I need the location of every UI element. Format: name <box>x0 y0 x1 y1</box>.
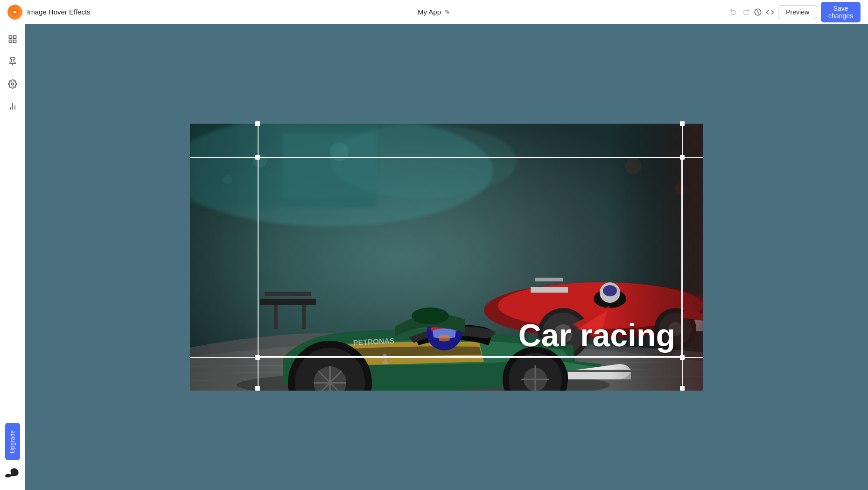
svg-rect-5 <box>13 40 16 43</box>
svg-point-65 <box>674 183 686 195</box>
svg-rect-2 <box>9 36 12 39</box>
save-changes-button[interactable]: Save changes <box>821 2 861 22</box>
header-right: Preview Save changes <box>730 2 861 22</box>
preview-button[interactable]: Preview <box>778 5 817 19</box>
canvas-area[interactable]: 1 PETRONAS <box>25 24 868 490</box>
code-button[interactable] <box>766 5 774 20</box>
svg-rect-4 <box>9 40 12 43</box>
sidebar-item-settings[interactable] <box>3 75 22 93</box>
header-left: Image Hover Effects <box>7 5 138 20</box>
undo-button[interactable] <box>729 5 738 20</box>
sidebar-item-grid[interactable] <box>3 30 22 49</box>
upgrade-button[interactable]: Upgrade <box>5 423 20 460</box>
svg-point-7 <box>11 83 14 85</box>
app-title: My App <box>418 8 441 16</box>
svg-point-11 <box>5 475 11 477</box>
svg-rect-59 <box>190 124 283 391</box>
header-center: My App ✎ <box>138 8 730 16</box>
sidebar: Upgrade <box>0 24 25 490</box>
bird-icon <box>3 464 22 479</box>
svg-rect-60 <box>610 124 703 391</box>
svg-point-63 <box>223 175 232 184</box>
edit-icon[interactable]: ✎ <box>445 8 450 16</box>
svg-point-62 <box>330 142 349 161</box>
svg-point-64 <box>625 157 642 174</box>
image-widget[interactable]: 1 PETRONAS <box>190 124 703 391</box>
redo-button[interactable] <box>742 5 750 20</box>
sidebar-item-pin[interactable] <box>3 52 22 71</box>
header: Image Hover Effects My App ✎ <box>0 0 868 24</box>
app-logo <box>7 5 22 20</box>
history-button[interactable] <box>754 5 762 20</box>
main: Upgrade <box>0 24 868 490</box>
f1-scene-svg: 1 PETRONAS <box>190 124 703 391</box>
svg-point-61 <box>253 154 267 168</box>
racing-image: 1 PETRONAS <box>190 124 703 391</box>
sidebar-bottom: Upgrade <box>3 423 22 484</box>
svg-rect-3 <box>13 36 16 39</box>
app-name: Image Hover Effects <box>27 8 91 16</box>
sidebar-item-analytics[interactable] <box>3 97 22 116</box>
